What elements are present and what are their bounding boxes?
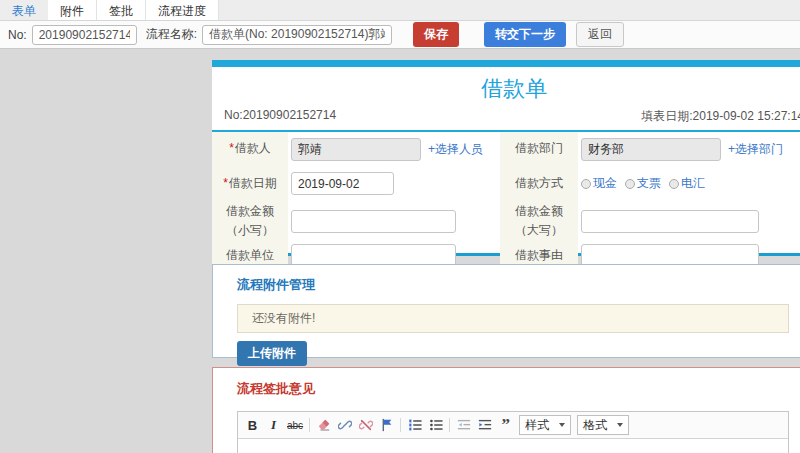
department-label: 借款部门 bbox=[500, 132, 578, 166]
radio-circle-icon bbox=[669, 179, 679, 189]
bold-button[interactable]: B bbox=[245, 417, 260, 433]
borrower-input[interactable] bbox=[291, 138, 421, 161]
loan-method-label: 借款方式 bbox=[500, 166, 578, 201]
editor-toolbar: B I abc bbox=[238, 412, 788, 439]
amount-lowercase-input[interactable] bbox=[291, 210, 456, 233]
back-button[interactable]: 返回 bbox=[576, 22, 624, 47]
anchor-flag-icon[interactable] bbox=[379, 417, 394, 433]
tab-process-progress[interactable]: 流程进度 bbox=[146, 0, 219, 20]
strikethrough-button[interactable]: abc bbox=[287, 417, 303, 433]
no-input[interactable] bbox=[32, 25, 137, 45]
required-asterisk: * bbox=[223, 176, 228, 190]
page-background: 借款单 No:20190902152714 填表日期:2019-09-02 15… bbox=[0, 49, 800, 453]
bullet-list-icon[interactable] bbox=[428, 417, 443, 433]
no-attachments-message: 还没有附件! bbox=[237, 304, 789, 333]
ordered-list-icon[interactable] bbox=[407, 417, 422, 433]
form-no-text: No:20190902152714 bbox=[224, 108, 336, 125]
amount-uppercase-input[interactable] bbox=[581, 210, 759, 233]
form-fields-grid: *借款人 +选择人员 借款部门 +选择部门 *借款日期 借款方式 bbox=[212, 132, 800, 270]
loan-form-panel: 借款单 No:20190902152714 填表日期:2019-09-02 15… bbox=[212, 60, 800, 256]
required-asterisk: * bbox=[229, 141, 234, 155]
radio-circle-icon bbox=[625, 179, 635, 189]
indent-icon[interactable] bbox=[477, 417, 492, 433]
editor-content-area[interactable] bbox=[238, 439, 788, 453]
link-icon[interactable] bbox=[337, 417, 352, 433]
loan-date-label: *借款日期 bbox=[212, 166, 288, 201]
remove-format-icon[interactable] bbox=[316, 417, 331, 433]
loan-date-input[interactable] bbox=[291, 172, 394, 195]
attachments-title: 流程附件管理 bbox=[237, 276, 791, 294]
approval-comments-title: 流程签批意见 bbox=[237, 380, 791, 398]
chevron-down-icon bbox=[617, 423, 623, 427]
radio-cash[interactable]: 现金 bbox=[581, 175, 617, 192]
department-input[interactable] bbox=[581, 138, 721, 161]
toolbar-separator bbox=[309, 418, 310, 432]
form-title: 借款单 bbox=[212, 67, 800, 105]
action-toolbar: No: 流程名称: 保存 转交下一步 返回 bbox=[0, 21, 800, 49]
attachments-panel: 流程附件管理 还没有附件! 上传附件 bbox=[212, 264, 800, 358]
tab-form[interactable]: 表单 bbox=[0, 0, 48, 20]
flow-name-label: 流程名称: bbox=[146, 26, 197, 43]
panel-accent-bar bbox=[212, 60, 800, 67]
unlink-icon[interactable] bbox=[358, 417, 373, 433]
select-person-link[interactable]: +选择人员 bbox=[428, 141, 483, 158]
loan-method-radio-group: 现金 支票 电汇 bbox=[581, 175, 709, 192]
form-date-text: 填表日期:2019-09-02 15:27:14 bbox=[641, 108, 800, 125]
select-department-link[interactable]: +选择部门 bbox=[728, 141, 783, 158]
tab-bar: 表单 附件 签批 流程进度 bbox=[0, 0, 800, 21]
format-dropdown[interactable]: 格式 bbox=[577, 415, 629, 435]
radio-wire-transfer[interactable]: 电汇 bbox=[669, 175, 705, 192]
upload-attachment-button[interactable]: 上传附件 bbox=[237, 341, 307, 366]
rich-text-editor: B I abc bbox=[237, 411, 789, 453]
no-label: No: bbox=[8, 28, 27, 42]
blockquote-button[interactable]: ” bbox=[498, 417, 513, 433]
radio-circle-icon bbox=[581, 179, 591, 189]
form-meta-row: No:20190902152714 填表日期:2019-09-02 15:27:… bbox=[212, 105, 800, 132]
toolbar-separator bbox=[449, 418, 450, 432]
toolbar-separator bbox=[400, 418, 401, 432]
borrower-label: *借款人 bbox=[212, 132, 288, 166]
outdent-icon[interactable] bbox=[456, 417, 471, 433]
flow-name-input[interactable] bbox=[202, 25, 392, 45]
tab-approval[interactable]: 签批 bbox=[97, 0, 146, 20]
save-button[interactable]: 保存 bbox=[413, 22, 459, 47]
forward-next-step-button[interactable]: 转交下一步 bbox=[484, 22, 566, 47]
chevron-down-icon bbox=[559, 423, 565, 427]
tab-attachments[interactable]: 附件 bbox=[48, 0, 97, 20]
approval-comments-panel: 流程签批意见 B I abc bbox=[212, 367, 800, 453]
amount-lowercase-label: 借款金额（小写） bbox=[212, 201, 288, 241]
radio-cheque[interactable]: 支票 bbox=[625, 175, 661, 192]
amount-uppercase-label: 借款金额（大写） bbox=[500, 201, 578, 241]
styles-dropdown[interactable]: 样式 bbox=[519, 415, 571, 435]
italic-button[interactable]: I bbox=[266, 417, 281, 433]
